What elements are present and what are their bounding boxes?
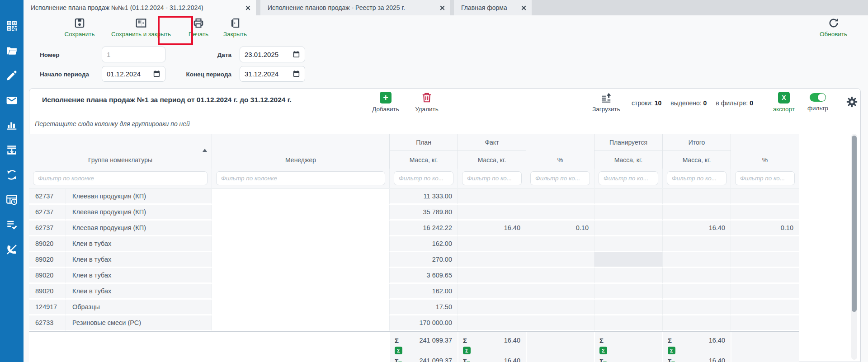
cell-group[interactable]: Клеевая продукция (КП) <box>66 205 212 221</box>
date-input[interactable]: 23.01.2025 <box>240 47 305 62</box>
cell-manager[interactable] <box>212 221 389 236</box>
column-header-planned[interactable]: Масса, кг. <box>594 151 662 169</box>
cell-plan[interactable]: 170 000.00 <box>389 315 458 331</box>
cell-fact[interactable] <box>458 284 526 300</box>
cell-fact[interactable] <box>458 300 526 315</box>
cell-pct[interactable] <box>526 205 594 221</box>
cell-pct[interactable] <box>526 268 594 284</box>
cell-total_pct[interactable] <box>731 284 799 300</box>
tab-close-icon[interactable] <box>521 5 526 10</box>
column-header-fact[interactable]: Масса, кг. <box>458 151 526 169</box>
filter-input-pct[interactable] <box>530 171 590 185</box>
export-button[interactable]: X экспорт <box>766 92 802 113</box>
filter-input-total[interactable] <box>667 171 726 185</box>
calendar-icon[interactable] <box>153 70 160 78</box>
cell-pct[interactable] <box>526 284 594 300</box>
save-close-button[interactable]: Сохранить и закрыть <box>107 17 175 38</box>
cell-planned[interactable] <box>594 252 662 268</box>
cell-total[interactable] <box>662 189 731 205</box>
table-row[interactable]: 62733Резиновые смеси (РС)170 000.00 <box>29 315 799 331</box>
calendar-icon[interactable] <box>292 51 300 58</box>
cell-total[interactable] <box>662 205 731 221</box>
column-group-fact[interactable]: Факт <box>458 134 526 151</box>
cell-total[interactable] <box>662 300 731 315</box>
period-end-input[interactable]: 31.12.2024 <box>240 66 305 82</box>
cell-code[interactable]: 62733 <box>29 315 66 331</box>
column-group-planned[interactable]: Планируется <box>594 134 662 151</box>
table-row[interactable]: 62737Клеевая продукция (КП)35 789.80 <box>29 205 799 221</box>
close-button[interactable]: Закрыть <box>215 17 255 38</box>
cell-fact[interactable] <box>458 315 526 331</box>
cell-group[interactable]: Клеевая продукция (КП) <box>66 189 212 205</box>
filter-input-total_pct[interactable] <box>735 171 795 185</box>
cell-fact[interactable] <box>458 268 526 284</box>
cell-manager[interactable] <box>212 189 389 205</box>
table-row[interactable]: 89020Клеи в тубах162.00 <box>29 284 799 300</box>
cell-total_pct[interactable] <box>731 189 799 205</box>
column-header-group[interactable]: Группа номенклатуры <box>29 134 212 169</box>
cell-manager[interactable] <box>212 300 389 315</box>
cell-code[interactable]: 89020 <box>29 268 66 284</box>
cell-plan[interactable]: 270.00 <box>389 252 458 268</box>
pencil-icon[interactable] <box>6 70 18 81</box>
cell-total[interactable] <box>662 315 731 331</box>
cell-total_pct[interactable] <box>731 205 799 221</box>
cell-pct[interactable] <box>526 189 594 205</box>
filter-input-planned[interactable] <box>599 171 658 185</box>
cell-planned[interactable] <box>594 268 662 284</box>
sigma-badge-icon[interactable]: Σ <box>395 347 402 354</box>
tab-1[interactable]: Исполнение плана продаж №№1 (01.12.2024 … <box>24 0 256 15</box>
cell-pct[interactable]: 0.10 <box>526 221 594 236</box>
cell-pct[interactable] <box>526 252 594 268</box>
cell-plan[interactable]: 11 333.00 <box>389 189 458 205</box>
cell-group[interactable]: Клеи в тубах <box>66 268 212 284</box>
number-input[interactable]: 1 <box>102 47 165 62</box>
cell-code[interactable]: 62737 <box>29 221 66 236</box>
cell-code[interactable]: 89020 <box>29 236 66 252</box>
filter-input-manager[interactable] <box>216 171 385 185</box>
cell-total[interactable] <box>662 236 731 252</box>
refresh-button[interactable]: Обновить <box>820 17 847 38</box>
print-queue-icon[interactable] <box>6 144 18 156</box>
cell-plan[interactable]: 16 242.22 <box>389 221 458 236</box>
tab-2[interactable]: Исполнение планов продаж - Реестр за 202… <box>260 0 450 15</box>
qr-code-icon[interactable] <box>6 20 18 32</box>
cell-group[interactable]: Резиновые смеси (РС) <box>66 315 212 331</box>
cell-planned[interactable] <box>594 205 662 221</box>
cell-code[interactable]: 89020 <box>29 252 66 268</box>
cell-code[interactable]: 124917 <box>29 300 66 315</box>
folder-icon[interactable] <box>6 45 18 56</box>
load-button[interactable]: Загрузить <box>584 92 629 113</box>
cell-planned[interactable] <box>594 221 662 236</box>
column-group-total[interactable]: Итого <box>662 134 731 151</box>
cell-planned[interactable] <box>594 236 662 252</box>
print-button[interactable]: Печать <box>182 17 215 38</box>
cell-code[interactable]: 62737 <box>29 205 66 221</box>
cell-group[interactable]: Клеи в тубах <box>66 284 212 300</box>
cell-total[interactable] <box>662 284 731 300</box>
period-start-input[interactable]: 01.12.2024 <box>102 66 165 82</box>
cell-plan[interactable]: 17.50 <box>389 300 458 315</box>
tab-close-icon[interactable] <box>440 5 445 10</box>
cell-plan[interactable]: 35 789.80 <box>389 205 458 221</box>
column-header-manager[interactable]: Менеджер <box>212 134 389 169</box>
table-row[interactable]: 62737Клеевая продукция (КП)11 333.00 <box>29 189 799 205</box>
delete-row-button[interactable]: Удалить <box>404 92 449 113</box>
cell-manager[interactable] <box>212 252 389 268</box>
column-group-plan[interactable]: План <box>389 134 458 151</box>
cell-total_pct[interactable]: 0.10 <box>731 221 799 236</box>
column-header-total_pct[interactable]: % <box>731 134 799 169</box>
save-button[interactable]: Сохранить <box>52 17 107 38</box>
table-row[interactable]: 89020Клеи в тубах3 609.65 <box>29 268 799 284</box>
group-drop-zone[interactable]: Перетащите сюда колонку для группировки … <box>35 120 190 127</box>
cell-total_pct[interactable] <box>731 315 799 331</box>
cell-plan[interactable]: 162.00 <box>389 284 458 300</box>
filter-input-group[interactable] <box>33 171 208 185</box>
tab-3[interactable]: Главная форма <box>454 0 532 15</box>
table-row[interactable]: 62737Клеевая продукция (КП)16 242.2216.4… <box>29 221 799 236</box>
sigma-badge-icon[interactable]: Σ <box>463 347 471 354</box>
cell-group[interactable]: Клеи в тубах <box>66 236 212 252</box>
tab-close-icon[interactable] <box>245 5 250 10</box>
sync-icon[interactable] <box>6 169 18 181</box>
add-row-button[interactable]: + Добавить <box>363 92 408 113</box>
